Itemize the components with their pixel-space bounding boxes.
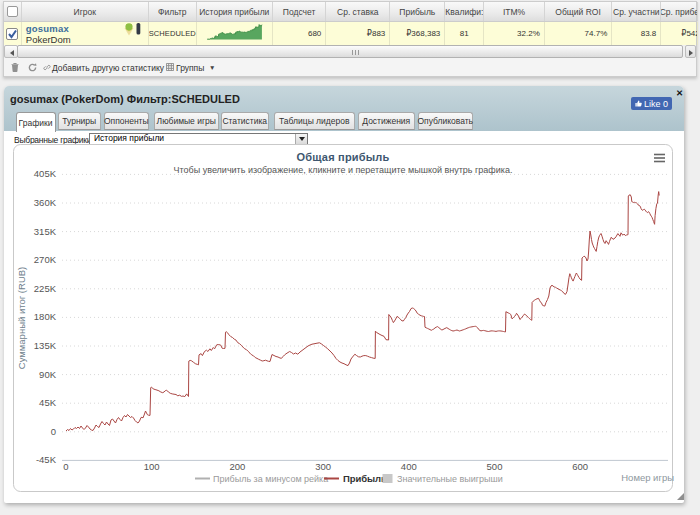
svg-text:300: 300: [315, 461, 331, 472]
svg-text:Чтобы увеличить изображение, к: Чтобы увеличить изображение, кликните и …: [174, 165, 513, 175]
svg-text:Номер игры: Номер игры: [621, 472, 674, 483]
svg-text:270K: 270K: [34, 254, 57, 265]
svg-text:100: 100: [144, 461, 160, 472]
svg-text:-45K: -45K: [36, 454, 57, 465]
svg-text:225K: 225K: [34, 283, 57, 294]
svg-text:500: 500: [487, 461, 503, 472]
svg-text:400: 400: [401, 461, 417, 472]
svg-text:405K: 405K: [34, 168, 57, 179]
svg-text:600: 600: [572, 461, 588, 472]
svg-text:135K: 135K: [34, 340, 57, 351]
svg-text:Суммарный итог (RUB): Суммарный итог (RUB): [16, 267, 27, 369]
svg-text:180K: 180K: [34, 311, 57, 322]
svg-text:315K: 315K: [34, 226, 57, 237]
svg-text:Значительные выигрыши: Значительные выигрыши: [397, 474, 503, 484]
svg-text:Общая прибыль: Общая прибыль: [296, 151, 389, 163]
svg-text:Прибыль: Прибыль: [343, 473, 387, 484]
svg-text:0: 0: [63, 461, 68, 472]
svg-text:Прибыль за минусом рейка: Прибыль за минусом рейка: [213, 474, 328, 484]
svg-text:0: 0: [51, 426, 56, 437]
svg-text:200: 200: [229, 461, 245, 472]
svg-text:45K: 45K: [39, 397, 57, 408]
svg-text:360K: 360K: [34, 197, 57, 208]
svg-text:90K: 90K: [39, 369, 57, 380]
